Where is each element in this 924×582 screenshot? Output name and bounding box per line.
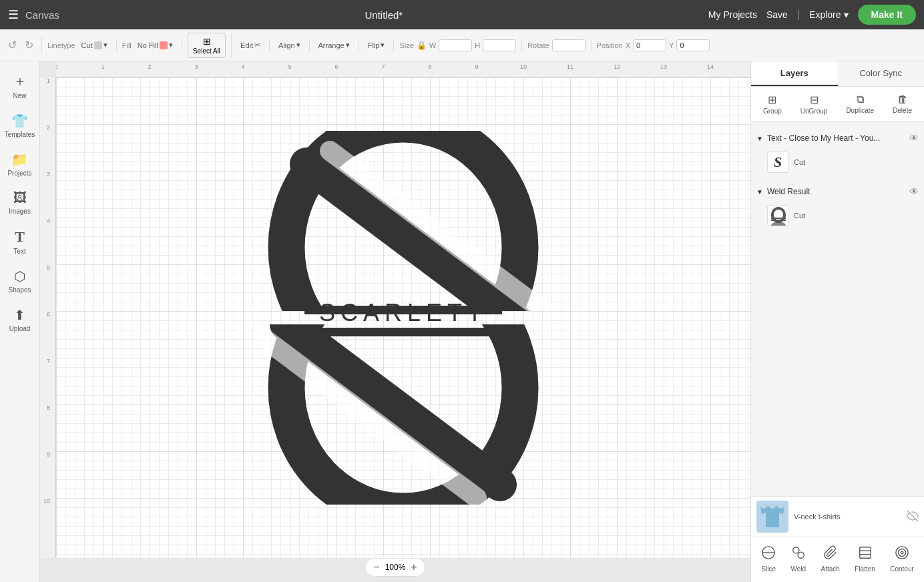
fill-group: Fill No Fill ▾ (122, 39, 182, 51)
sidebar-text-label: Text (13, 248, 25, 255)
zoom-in-button[interactable]: + (411, 561, 417, 573)
rotate-input[interactable] (552, 39, 586, 51)
position-group: Position X Y (597, 39, 716, 51)
zoom-controls: − 100% + (365, 558, 425, 577)
chevron-down-icon: ▾ (844, 9, 849, 20)
ungroup-icon: ⊟ (810, 93, 819, 106)
flip-group: Flip ▾ (365, 39, 395, 51)
text-icon: T (15, 228, 25, 246)
sidebar-projects-label: Projects (7, 170, 31, 177)
make-it-button[interactable]: Make It (858, 5, 916, 25)
canvas-content: SCARLETT (56, 77, 750, 558)
h-label: H (475, 41, 480, 49)
topbar: ☰ Canvas Untitled* My Projects Save | Ex… (0, 0, 924, 29)
fill-label: Fill (122, 41, 132, 49)
attach-button[interactable]: Attach (816, 543, 845, 575)
fill-dropdown[interactable]: No Fill ▾ (134, 39, 176, 51)
sidebar-item-projects[interactable]: 📁 Projects (3, 146, 37, 182)
svg-point-23 (901, 551, 903, 554)
svg-text:SCARLETT: SCARLETT (319, 299, 487, 326)
group-button[interactable]: ⊞ Group (758, 91, 787, 117)
layer-group-title-weld: Weld Result (767, 187, 905, 196)
layer-cut-text: Cut (794, 158, 916, 166)
layer-visibility-icon-weld[interactable]: 👁 (909, 186, 919, 197)
layer-group-arrow-text: ▼ (756, 135, 763, 142)
y-input[interactable] (676, 39, 710, 51)
delete-button[interactable]: 🗑 Delete (887, 91, 917, 117)
x-input[interactable] (633, 39, 666, 51)
linetype-color-icon (94, 41, 102, 49)
sidebar-images-label: Images (9, 208, 31, 215)
svg-point-17 (798, 552, 804, 558)
layer-visibility-icon-text[interactable]: 👁 (909, 133, 919, 143)
toolbar: ↺ ↻ Linetype Cut ▾ Fill No Fill ▾ ⊞ Sele… (0, 29, 924, 61)
zoom-level: 100% (385, 563, 406, 572)
layer-group-text: ▼ Text - Close to My Heart - You... 👁 S … (751, 126, 924, 180)
sidebar-item-text[interactable]: T Text (3, 223, 37, 260)
menu-icon[interactable]: ☰ (8, 7, 19, 22)
background-visibility-icon[interactable] (907, 510, 919, 524)
save-button[interactable]: Save (766, 9, 788, 20)
edit-button[interactable]: Edit ✂ (237, 39, 264, 51)
flatten-button[interactable]: Flatten (849, 543, 881, 575)
svg-rect-6 (304, 328, 502, 336)
layer-item-weld[interactable]: Cut (751, 201, 924, 230)
images-icon: 🖼 (13, 190, 27, 206)
explore-button[interactable]: Explore ▾ (809, 9, 848, 20)
arrange-button[interactable]: Arrange ▾ (315, 39, 353, 51)
sidebar-item-images[interactable]: 🖼 Images (3, 185, 37, 220)
size-label: Size (399, 41, 413, 49)
linetype-group: Linetype Cut ▾ (47, 39, 117, 51)
undo-button[interactable]: ↺ (5, 36, 19, 54)
canvas-label: Canvas (25, 9, 59, 21)
redo-button[interactable]: ↻ (22, 36, 36, 54)
align-chevron-icon: ▾ (296, 41, 300, 49)
duplicate-button[interactable]: ⧉ Duplicate (841, 91, 879, 117)
sidebar-item-shapes[interactable]: ⬡ Shapes (3, 263, 37, 299)
height-input[interactable] (483, 39, 516, 51)
shapes-icon: ⬡ (14, 268, 25, 284)
flip-chevron-icon: ▾ (381, 41, 385, 49)
layer-group-weld-header[interactable]: ▼ Weld Result 👁 (751, 182, 924, 201)
sidebar-upload-label: Upload (9, 325, 31, 332)
sidebar-shapes-label: Shapes (9, 286, 31, 294)
design-svg: SCARLETT (243, 131, 563, 505)
canvas-area[interactable]: 0 1 2 3 4 5 6 7 8 9 10 11 12 13 14 1 2 (40, 61, 750, 582)
linetype-dropdown[interactable]: Cut ▾ (78, 39, 111, 51)
panel-tabs: Layers Color Sync (751, 61, 924, 87)
width-input[interactable] (439, 39, 472, 51)
my-projects-link[interactable]: My Projects (708, 9, 757, 20)
sidebar-new-label: New (13, 92, 26, 99)
weld-icon (791, 545, 806, 563)
x-label: X (626, 41, 630, 49)
arrange-group: Arrange ▾ (315, 39, 359, 51)
ungroup-button[interactable]: ⊟ UnGroup (795, 91, 833, 117)
background-label: V-neck t-shirts (794, 513, 901, 521)
tab-color-sync[interactable]: Color Sync (838, 61, 925, 86)
edit-icon: ✂ (254, 41, 260, 49)
layer-group-text-header[interactable]: ▼ Text - Close to My Heart - You... 👁 (751, 129, 924, 148)
canvas-grid[interactable]: SCARLETT (56, 77, 750, 558)
layer-actions: ⊞ Group ⊟ UnGroup ⧉ Duplicate 🗑 Delete (751, 87, 924, 122)
flip-button[interactable]: Flip ▾ (365, 39, 389, 51)
sidebar-item-upload[interactable]: ⬆ Upload (3, 302, 37, 338)
background-thumbnail (756, 501, 788, 533)
contour-icon (895, 545, 909, 563)
position-label: Position (597, 41, 623, 49)
layer-item-text-s[interactable]: S Cut (751, 148, 924, 177)
rotate-label: Rotate (527, 41, 549, 49)
zoom-out-button[interactable]: − (373, 561, 379, 573)
slice-button[interactable]: Slice (756, 543, 781, 575)
topbar-separator: | (797, 9, 800, 21)
tab-layers[interactable]: Layers (751, 61, 838, 86)
y-label: Y (669, 41, 674, 49)
select-all-button[interactable]: ⊞ Select All (188, 33, 226, 58)
sidebar-item-new[interactable]: ＋ New (3, 67, 37, 105)
layers-content: ▼ Text - Close to My Heart - You... 👁 S … (751, 122, 924, 496)
fill-color-icon (160, 41, 168, 49)
contour-button[interactable]: Contour (885, 543, 919, 575)
align-button[interactable]: Align ▾ (275, 39, 303, 51)
sidebar-item-templates[interactable]: 👕 Templates (3, 107, 37, 143)
upload-icon: ⬆ (14, 307, 25, 323)
weld-button[interactable]: Weld (786, 543, 812, 575)
